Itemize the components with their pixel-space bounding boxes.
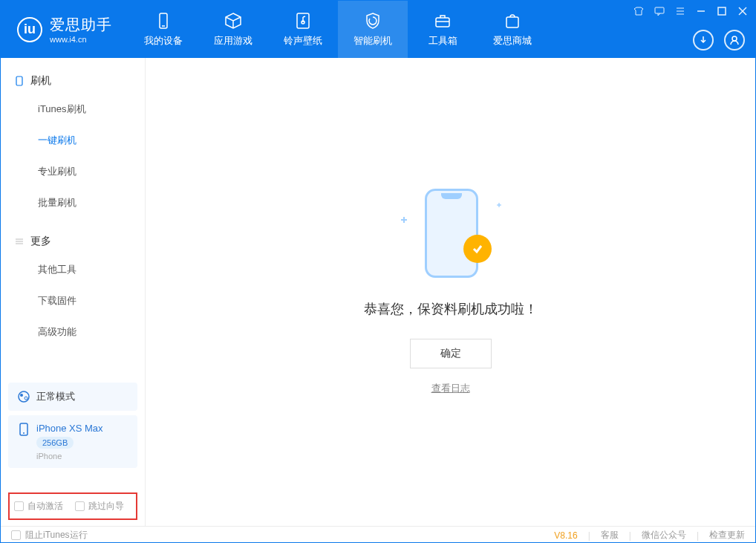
status-bar: 阻止iTunes运行 V8.16 | 客服 | 微信公众号 | 检查更新 [1, 526, 755, 543]
nav-label: 铃声壁纸 [284, 34, 322, 48]
status-right: V8.16 | 客服 | 微信公众号 | 检查更新 [554, 529, 745, 542]
nav-label: 智能刷机 [353, 34, 392, 48]
checkbox-icon [14, 501, 24, 511]
header: iu 爱思助手 www.i4.cn 我的设备 应用游戏 铃声壁纸 智能刷机 工具… [1, 1, 755, 58]
sidebar-item-batch[interactable]: 批量刷机 [1, 187, 145, 218]
check-badge-icon [463, 235, 492, 263]
nav-my-device[interactable]: 我的设备 [128, 1, 198, 58]
cube-icon [224, 12, 243, 30]
checkbox-icon [75, 501, 85, 511]
svg-rect-5 [655, 7, 664, 13]
checkbox-label: 阻止iTunes运行 [25, 529, 88, 542]
update-link[interactable]: 检查更新 [709, 529, 745, 542]
ok-button[interactable]: 确定 [410, 339, 492, 368]
app-domain: www.i4.cn [50, 35, 112, 44]
sidebar-item-other[interactable]: 其他工具 [1, 254, 145, 285]
body: 刷机 iTunes刷机 一键刷机 专业刷机 批量刷机 更多 其他工具 下载固件 … [1, 58, 755, 526]
download-button[interactable] [693, 30, 714, 51]
phone-icon [425, 189, 478, 278]
svg-rect-4 [506, 17, 518, 27]
svg-rect-3 [436, 18, 449, 27]
nav-ringtones[interactable]: 铃声壁纸 [268, 1, 338, 58]
sidebar-head-flash: 刷机 [1, 68, 145, 94]
sidebar-item-firmware[interactable]: 下载固件 [1, 285, 145, 316]
checkbox-icon [11, 530, 21, 540]
mode-icon [17, 390, 30, 403]
menu-icon[interactable] [674, 5, 687, 17]
skin-icon[interactable] [632, 5, 645, 17]
device-capacity: 256GB [36, 437, 74, 449]
toolbox-icon [433, 12, 452, 30]
sidebar-head-more: 更多 [1, 229, 145, 254]
top-nav: 我的设备 应用游戏 铃声壁纸 智能刷机 工具箱 爱思商城 [128, 1, 547, 58]
device-icon [17, 423, 30, 436]
sidebar-title: 更多 [30, 235, 51, 248]
nav-label: 我的设备 [144, 34, 183, 48]
nav-store[interactable]: 爱思商城 [478, 1, 547, 58]
music-icon [293, 12, 313, 30]
skip-guide-checkbox[interactable]: 跳过向导 [75, 500, 124, 513]
feedback-icon[interactable] [653, 5, 666, 17]
sidebar-group-more: 更多 其他工具 下载固件 高级功能 [1, 218, 145, 348]
sidebar-item-oneclick[interactable]: 一键刷机 [1, 125, 145, 156]
maximize-button[interactable] [715, 5, 729, 17]
svg-rect-14 [16, 77, 22, 85]
view-log-link[interactable]: 查看日志 [431, 382, 470, 395]
svg-point-18 [19, 391, 29, 402]
sparkle-icon [401, 217, 407, 223]
mode-card[interactable]: 正常模式 [8, 383, 137, 411]
mode-label: 正常模式 [36, 390, 75, 403]
close-button[interactable] [736, 5, 749, 17]
nav-label: 应用游戏 [214, 34, 252, 48]
nav-flash[interactable]: 智能刷机 [338, 1, 408, 58]
list-icon [14, 236, 25, 247]
success-illustration [395, 189, 506, 278]
svg-point-13 [732, 36, 737, 41]
nav-toolbox[interactable]: 工具箱 [408, 1, 478, 58]
device-name: iPhone XS Max [36, 423, 103, 434]
main-content: 恭喜您，保资料刷机成功啦！ 确定 查看日志 [146, 58, 755, 526]
sidebar-item-pro[interactable]: 专业刷机 [1, 156, 145, 187]
sidebar-item-itunes[interactable]: iTunes刷机 [1, 94, 145, 125]
phone-icon [14, 76, 25, 86]
device-icon [154, 12, 173, 30]
svg-point-22 [23, 432, 25, 434]
logo: iu 爱思助手 www.i4.cn [1, 1, 128, 58]
device-card[interactable]: iPhone XS Max 256GB iPhone [8, 415, 137, 468]
account-button[interactable] [724, 30, 745, 51]
checkbox-label: 跳过向导 [88, 500, 124, 513]
block-itunes-checkbox[interactable]: 阻止iTunes运行 [11, 529, 88, 542]
nav-apps[interactable]: 应用游戏 [198, 1, 268, 58]
sidebar: 刷机 iTunes刷机 一键刷机 专业刷机 批量刷机 更多 其他工具 下载固件 … [1, 58, 146, 526]
version-label: V8.16 [554, 530, 577, 541]
wechat-link[interactable]: 微信公众号 [642, 529, 686, 542]
nav-label: 工具箱 [428, 34, 457, 48]
app-name: 爱思助手 [50, 15, 112, 35]
svg-point-19 [20, 394, 23, 397]
bag-icon [503, 12, 522, 30]
shield-icon [363, 12, 382, 30]
sidebar-title: 刷机 [30, 74, 51, 88]
svg-point-20 [25, 397, 27, 400]
window-controls [632, 5, 749, 17]
success-message: 恭喜您，保资料刷机成功啦！ [364, 300, 538, 318]
svg-rect-10 [718, 7, 726, 15]
sidebar-group-flash: 刷机 iTunes刷机 一键刷机 专业刷机 批量刷机 [1, 58, 145, 218]
device-type: iPhone [36, 452, 103, 461]
logo-text: 爱思助手 www.i4.cn [50, 15, 112, 44]
support-link[interactable]: 客服 [601, 529, 619, 542]
nav-label: 爱思商城 [493, 34, 532, 48]
sidebar-item-advanced[interactable]: 高级功能 [1, 316, 145, 348]
header-right [693, 30, 745, 51]
sidebar-bottom: 正常模式 iPhone XS Max 256GB iPhone [8, 378, 137, 468]
auto-activate-checkbox[interactable]: 自动激活 [14, 500, 63, 513]
sparkle-icon [497, 203, 501, 207]
minimize-button[interactable] [694, 5, 708, 17]
logo-icon: iu [17, 17, 42, 42]
checkbox-label: 自动激活 [27, 500, 63, 513]
sidebar-checks: 自动激活 跳过向导 [8, 492, 137, 520]
